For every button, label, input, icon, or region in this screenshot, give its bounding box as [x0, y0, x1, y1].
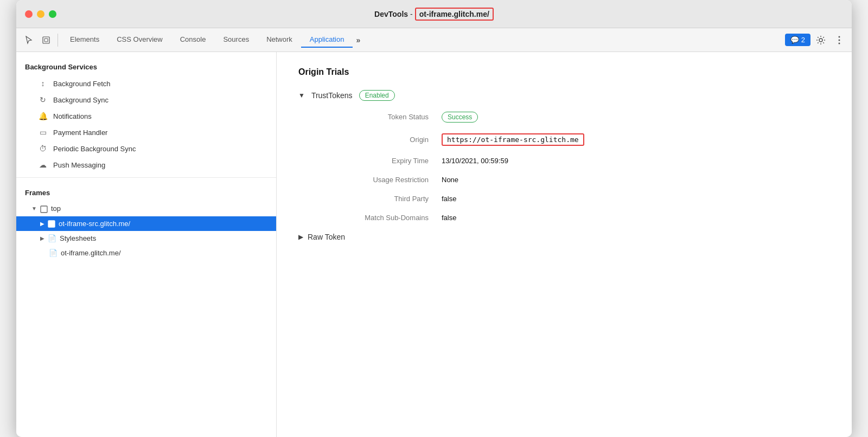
- inspect-icon: [42, 36, 50, 44]
- token-status-label: Token Status: [320, 113, 429, 121]
- third-party-label: Third Party: [320, 195, 429, 203]
- push-messaging-icon: ☁: [38, 160, 48, 169]
- tab-elements[interactable]: Elements: [61, 32, 108, 48]
- frames-section-title: Frames: [16, 182, 276, 201]
- frame-top-icon: [40, 204, 48, 213]
- raw-token-label: Raw Token: [308, 233, 345, 241]
- cursor-icon: [24, 36, 33, 44]
- frame-item-stylesheets[interactable]: ▶ 📄 Stylesheets: [16, 231, 276, 246]
- sidebar-item-periodic-background-sync[interactable]: ⏱ Periodic Background Sync: [16, 140, 276, 157]
- close-button[interactable]: [25, 10, 33, 18]
- trial-section: ▼ TrustTokens Enabled Token Status Succe…: [298, 90, 830, 241]
- content-area: Origin Trials ▼ TrustTokens Enabled Toke…: [277, 52, 852, 437]
- toolbar-separator: [58, 34, 58, 47]
- raw-token-row: ▶ Raw Token: [298, 233, 830, 241]
- frame-file-label: ot-iframe.glitch.me/: [61, 249, 121, 257]
- sidebar-item-periodic-background-sync-label: Periodic Background Sync: [53, 145, 136, 153]
- frame-box-icon: [40, 205, 48, 213]
- title-bar-content: DevTools - ot-iframe.glitch.me/: [374, 8, 494, 21]
- origin-label: Origin: [320, 136, 429, 144]
- sidebar-item-background-fetch[interactable]: ↕ Background Fetch: [16, 75, 276, 92]
- sidebar: Background Services ↕ Background Fetch ↻…: [16, 52, 277, 437]
- frame-top-toggle: ▼: [31, 205, 37, 211]
- sidebar-divider: [16, 177, 276, 178]
- frame-active-toggle: ▶: [40, 221, 44, 227]
- gear-icon: [816, 35, 826, 45]
- tab-network[interactable]: Network: [258, 32, 301, 48]
- minimize-button[interactable]: [37, 10, 44, 18]
- background-fetch-icon: ↕: [38, 79, 48, 88]
- trial-name: TrustTokens: [311, 91, 353, 100]
- sidebar-item-background-sync[interactable]: ↻ Background Sync: [16, 92, 276, 108]
- usage-restriction-label: Usage Restriction: [320, 176, 429, 184]
- third-party-value: false: [442, 195, 456, 203]
- payment-handler-icon: ▭: [38, 128, 48, 137]
- frame-item-top[interactable]: ▼ top: [16, 201, 276, 216]
- sidebar-item-notifications-label: Notifications: [53, 112, 92, 120]
- sidebar-item-payment-handler-label: Payment Handler: [53, 128, 107, 137]
- frame-active-label: ot-iframe-src.glitch.me/: [59, 220, 130, 228]
- trial-collapse-toggle[interactable]: ▼: [298, 92, 305, 99]
- match-sub-domains-label: Match Sub-Domains: [320, 214, 429, 222]
- tab-sources[interactable]: Sources: [214, 32, 258, 48]
- title-url: ot-iframe.glitch.me/: [415, 8, 494, 21]
- chat-button[interactable]: 💬 2: [785, 34, 810, 46]
- settings-button[interactable]: [813, 32, 829, 48]
- inspect-icon-btn[interactable]: [38, 32, 54, 48]
- title-bar: DevTools - ot-iframe.glitch.me/: [16, 0, 852, 28]
- frame-stylesheets-label: Stylesheets: [60, 234, 96, 242]
- svg-rect-1: [44, 38, 48, 42]
- svg-rect-0: [43, 37, 49, 43]
- devtools-label: DevTools: [374, 10, 408, 18]
- cursor-icon-btn[interactable]: [21, 32, 37, 48]
- notifications-icon: 🔔: [38, 112, 48, 120]
- toolbar: Elements CSS Overview Console Sources Ne…: [16, 28, 852, 52]
- detail-row-origin: Origin https://ot-iframe-src.glitch.me: [320, 133, 830, 146]
- frame-top-label: top: [51, 204, 61, 213]
- more-tabs-button[interactable]: »: [353, 34, 363, 47]
- devtools-window: DevTools - ot-iframe.glitch.me/ Elements…: [16, 0, 852, 437]
- token-status-value: Success: [442, 112, 478, 123]
- tab-css-overview[interactable]: CSS Overview: [108, 32, 171, 48]
- raw-token-toggle[interactable]: ▶: [298, 233, 303, 241]
- svg-rect-6: [41, 206, 47, 213]
- frame-item-active[interactable]: ▶ ot-iframe-src.glitch.me/: [16, 216, 276, 232]
- frame-stylesheets-toggle: ▶: [40, 235, 44, 241]
- expiry-time-label: Expiry Time: [320, 157, 429, 165]
- tab-application[interactable]: Application: [301, 32, 353, 48]
- frame-stylesheets-icon: 📄: [48, 234, 56, 242]
- usage-restriction-value: None: [442, 176, 458, 184]
- frame-iframe-icon: [48, 220, 55, 228]
- detail-row-token-status: Token Status Success: [320, 112, 830, 123]
- chat-count: 2: [801, 36, 805, 44]
- periodic-background-sync-icon: ⏱: [38, 144, 48, 153]
- main-area: Background Services ↕ Background Fetch ↻…: [16, 52, 852, 437]
- trial-enabled-badge: Enabled: [359, 90, 395, 101]
- match-sub-domains-value: false: [442, 214, 456, 222]
- title-separator: -: [410, 10, 413, 18]
- more-options-button[interactable]: [831, 32, 847, 48]
- maximize-button[interactable]: [49, 10, 56, 18]
- sidebar-item-push-messaging-label: Push Messaging: [53, 161, 105, 169]
- chat-icon: 💬: [790, 36, 799, 44]
- vertical-dots-icon: [838, 36, 840, 44]
- trial-header: ▼ TrustTokens Enabled: [298, 90, 830, 101]
- sidebar-item-notifications[interactable]: 🔔 Notifications: [16, 108, 276, 124]
- frame-active-icon: [48, 220, 55, 228]
- background-services-title: Background Services: [16, 56, 276, 75]
- detail-row-expiry-time: Expiry Time 13/10/2021, 00:59:59: [320, 157, 830, 165]
- toolbar-tabs: Elements CSS Overview Console Sources Ne…: [61, 32, 784, 48]
- svg-point-2: [819, 38, 822, 42]
- toolbar-right: 💬 2: [785, 32, 847, 48]
- sidebar-item-background-fetch-label: Background Fetch: [53, 80, 111, 88]
- background-sync-icon: ↻: [38, 95, 48, 104]
- sidebar-item-push-messaging[interactable]: ☁ Push Messaging: [16, 157, 276, 173]
- page-title: Origin Trials: [298, 67, 830, 77]
- detail-table: Token Status Success Origin https://ot-i…: [320, 112, 830, 222]
- sidebar-item-payment-handler[interactable]: ▭ Payment Handler: [16, 124, 276, 140]
- detail-row-match-sub-domains: Match Sub-Domains false: [320, 214, 830, 222]
- frame-item-file[interactable]: 📄 ot-iframe.glitch.me/: [16, 246, 276, 260]
- svg-point-4: [839, 39, 840, 41]
- sidebar-item-background-sync-label: Background Sync: [53, 96, 108, 104]
- tab-console[interactable]: Console: [171, 32, 215, 48]
